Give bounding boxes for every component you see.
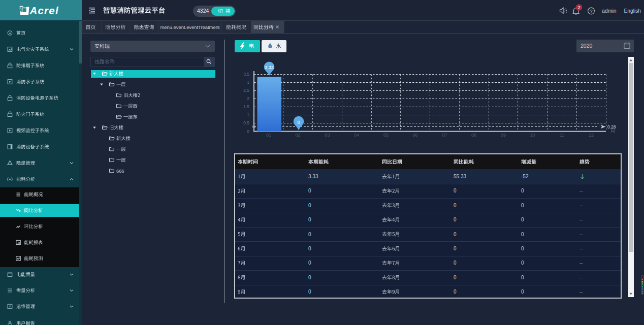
- svg-text:2.5: 2.5: [243, 88, 249, 93]
- svg-text:07: 07: [442, 133, 447, 138]
- svg-text:3: 3: [247, 80, 249, 85]
- svg-text:0.28: 0.28: [607, 124, 616, 129]
- svg-text:03: 03: [325, 133, 330, 138]
- svg-text:0: 0: [247, 129, 249, 134]
- svg-text:1.5: 1.5: [243, 104, 249, 109]
- svg-text:08: 08: [471, 133, 476, 138]
- svg-text:0.5: 0.5: [243, 120, 249, 125]
- svg-text:11: 11: [560, 133, 564, 138]
- svg-text:10: 10: [530, 133, 535, 138]
- svg-text:04: 04: [354, 133, 359, 138]
- svg-text:09: 09: [501, 133, 506, 138]
- svg-text:1: 1: [247, 112, 249, 117]
- svg-text:3.5: 3.5: [243, 72, 249, 77]
- svg-text:01: 01: [266, 133, 271, 138]
- svg-text:2: 2: [247, 96, 249, 101]
- svg-text:12: 12: [589, 133, 594, 138]
- svg-text:3.33: 3.33: [265, 65, 274, 70]
- svg-text:666: 666: [116, 169, 124, 174]
- svg-text:06: 06: [413, 133, 418, 138]
- svg-text:0: 0: [297, 120, 300, 125]
- svg-text:05: 05: [383, 133, 389, 138]
- svg-text:02: 02: [296, 133, 301, 138]
